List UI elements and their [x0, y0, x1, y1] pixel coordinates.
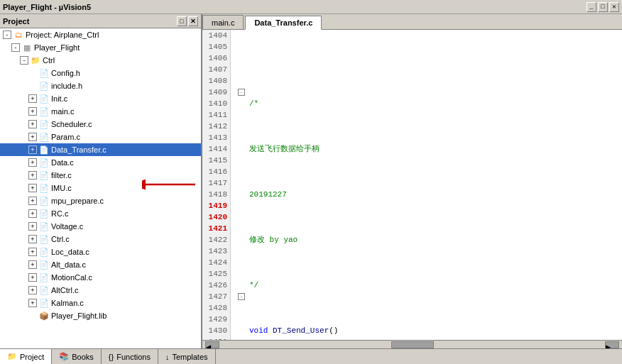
tree-player-flight-lib[interactable]: 📦 Player_Flight.lib — [0, 309, 201, 322]
tree-project-root[interactable]: - 🗂 Project: Airplane_Ctrl — [0, 28, 201, 41]
expand-scheduler[interactable]: + — [28, 120, 37, 128]
folder-icon: 📁 — [30, 55, 41, 66]
line-num-1421: 1421 — [205, 223, 227, 234]
code-editor[interactable]: 1404 1405 1406 1407 1408 1409 1410 1411 … — [202, 30, 622, 340]
line-num-1406: 1406 — [205, 53, 227, 64]
tree-label-lib: Player_Flight.lib — [51, 311, 107, 320]
title-bar-buttons: _ □ ✕ — [586, 2, 619, 12]
project-tab-label: Project — [20, 353, 44, 361]
tree-main-c[interactable]: + 📄 main.c — [0, 105, 201, 118]
right-arrow-annotation — [547, 324, 622, 340]
status-tab-functions[interactable]: {} Functions — [102, 349, 158, 365]
tree-label-alt: Alt_data.c — [51, 260, 86, 269]
line-num-1422: 1422 — [205, 234, 227, 246]
expand-loc[interactable]: + — [28, 248, 37, 256]
books-tab-label: Books — [72, 353, 94, 361]
tab-data-transfer-c[interactable]: Data_Transfer.c — [245, 16, 322, 30]
project-tree[interactable]: - 🗂 Project: Airplane_Ctrl - ▦ Player_Fl… — [0, 28, 201, 348]
tree-motioncal-c[interactable]: + 📄 MotionCal.c — [0, 271, 201, 284]
tree-player-flight[interactable]: - ▦ Player_Flight — [0, 41, 201, 54]
expand-ctrl[interactable]: - — [20, 56, 28, 65]
tree-label-config: Config.h — [51, 69, 80, 77]
expand-project[interactable]: - — [3, 31, 11, 39]
app-title: Player_Flight - µVision5 — [3, 3, 91, 11]
tree-altctrl-c[interactable]: + 📄 AltCtrl.c — [0, 284, 201, 297]
tree-alt-data-c[interactable]: + 📄 Alt_data.c — [0, 258, 201, 271]
tab-main-c[interactable]: main.c — [202, 15, 244, 29]
file-icon: 📄 — [38, 93, 50, 104]
file-icon: 📄 — [38, 221, 50, 232]
project-icon: 🗂 — [13, 29, 24, 40]
status-tab-books[interactable]: 📚 Books — [52, 349, 102, 365]
status-tab-templates[interactable]: ↓ Templates — [158, 349, 216, 365]
expand-altctrl[interactable]: + — [28, 286, 37, 294]
tree-mpu-prepare-c[interactable]: + 📄 mpu_prepare.c — [0, 194, 201, 207]
expand-kalman[interactable]: + — [28, 299, 37, 307]
tree-imu-c[interactable]: + 📄 IMU.c — [0, 182, 201, 194]
file-icon: 📄 — [38, 208, 50, 219]
tree-data-transfer-c[interactable]: + 📄 Data_Transfer.c — [0, 143, 201, 156]
file-icon: 📄 — [38, 272, 50, 283]
tree-label-data: Data.c — [51, 158, 74, 167]
tree-config-h[interactable]: 📄 Config.h — [0, 67, 201, 79]
expand-param[interactable]: + — [28, 133, 37, 141]
scroll-left-btn[interactable]: ◀ — [205, 341, 219, 348]
tree-voltage-c[interactable]: + 📄 Voltage.c — [0, 220, 201, 233]
editor-tab-bar: main.c Data_Transfer.c — [202, 14, 622, 30]
code-content[interactable]: - - — [231, 30, 622, 340]
expand-rc[interactable]: + — [28, 209, 37, 218]
line-num-1413: 1413 — [205, 132, 227, 143]
tree-kalman-c[interactable]: + 📄 Kalman.c — [0, 297, 201, 309]
tree-include-h[interactable]: 📄 include.h — [0, 79, 201, 92]
expand-mpu[interactable]: + — [28, 197, 37, 205]
panel-close-btn[interactable]: ✕ — [188, 16, 198, 26]
line-num-1426: 1426 — [205, 280, 227, 291]
tree-scheduler-c[interactable]: + 📄 Scheduler.c — [0, 118, 201, 131]
expand-imu[interactable]: + — [28, 184, 37, 192]
code-lines: /* 发送飞行数据给手柄 20191227 修改 by yao — [246, 64, 622, 340]
expand-ctrl-c[interactable]: + — [28, 235, 37, 243]
functions-tab-label: Functions — [116, 353, 151, 361]
expand-filter[interactable]: + — [28, 171, 37, 180]
tree-label-ctrl-c: Ctrl.c — [51, 235, 70, 243]
line-num-1416: 1416 — [205, 166, 227, 177]
code-line-1407: 修改 by yao — [249, 234, 622, 246]
tree-rc-c[interactable]: + 📄 RC.c — [0, 207, 201, 220]
expand-init[interactable]: + — [28, 94, 37, 103]
templates-tab-icon: ↓ — [165, 353, 170, 361]
line-num-1408: 1408 — [205, 75, 227, 87]
expand-voltage[interactable]: + — [28, 222, 37, 231]
minimize-button[interactable]: _ — [586, 2, 596, 12]
code-line-1405: 发送飞行数据给手柄 — [249, 143, 622, 155]
tree-filter-c[interactable]: + 📄 filter.c — [0, 169, 201, 182]
tree-init-c[interactable]: + 📄 Init.c — [0, 92, 201, 105]
close-button[interactable]: ✕ — [609, 2, 619, 12]
status-tab-project[interactable]: 📁 Project — [0, 349, 52, 365]
expand-motioncal[interactable]: + — [28, 273, 37, 282]
file-icon: 📄 — [38, 259, 50, 270]
expand-alt[interactable]: + — [28, 260, 37, 269]
tree-ctrl-folder[interactable]: - 📁 Ctrl — [0, 54, 201, 67]
expand-main[interactable]: + — [28, 107, 37, 116]
expand-data[interactable]: + — [28, 158, 37, 167]
horizontal-scrollbar[interactable]: ◀ ▶ — [202, 340, 622, 348]
fold-1404[interactable]: - — [238, 89, 245, 96]
code-line-1408: */ — [249, 280, 622, 291]
line-num-1428: 1428 — [205, 302, 227, 314]
tree-loc-data-c[interactable]: + 📄 Loc_data.c — [0, 246, 201, 258]
scroll-right-btn[interactable]: ▶ — [605, 341, 619, 348]
line-num-1410: 1410 — [205, 98, 227, 109]
tree-param-c[interactable]: + 📄 Param.c — [0, 131, 201, 143]
project-tab-icon: 📁 — [7, 352, 17, 361]
maximize-button[interactable]: □ — [598, 2, 608, 12]
tree-data-c[interactable]: + 📄 Data.c — [0, 156, 201, 169]
tree-ctrl-c[interactable]: + 📄 Ctrl.c — [0, 233, 201, 246]
panel-minimize-btn[interactable]: □ — [177, 16, 187, 26]
expand-player-flight[interactable]: - — [11, 43, 20, 52]
expand-data-transfer[interactable]: + — [28, 145, 37, 154]
tree-label-include: include.h — [51, 82, 82, 90]
fold-1410[interactable]: - — [238, 293, 245, 300]
file-icon: 📄 — [38, 170, 50, 181]
scroll-thumb[interactable] — [391, 341, 434, 348]
tree-label-filter: filter.c — [51, 171, 72, 180]
